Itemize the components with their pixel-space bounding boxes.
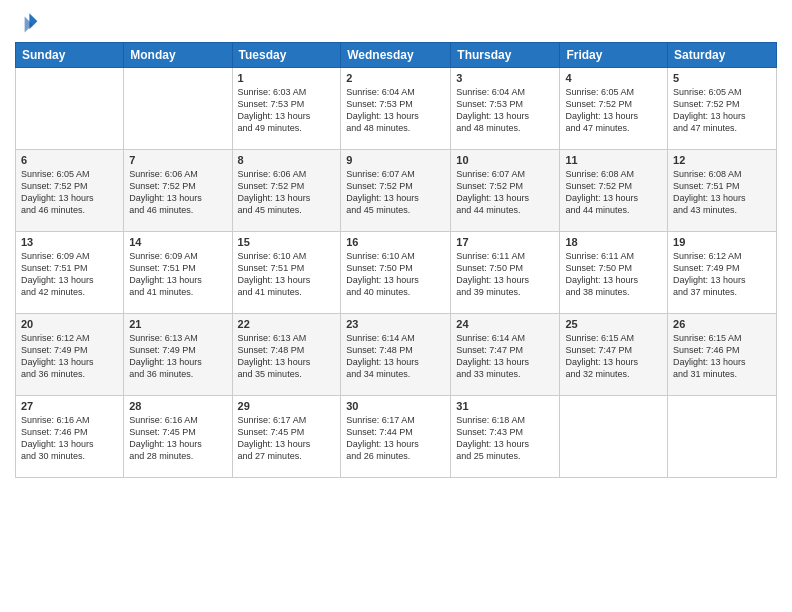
day-info: Sunrise: 6:14 AM Sunset: 7:47 PM Dayligh… — [456, 332, 554, 381]
day-info: Sunrise: 6:12 AM Sunset: 7:49 PM Dayligh… — [21, 332, 118, 381]
column-header-saturday: Saturday — [668, 43, 777, 68]
calendar-cell: 25Sunrise: 6:15 AM Sunset: 7:47 PM Dayli… — [560, 314, 668, 396]
day-number: 20 — [21, 318, 118, 330]
day-info: Sunrise: 6:09 AM Sunset: 7:51 PM Dayligh… — [129, 250, 226, 299]
day-info: Sunrise: 6:16 AM Sunset: 7:45 PM Dayligh… — [129, 414, 226, 463]
calendar-cell: 24Sunrise: 6:14 AM Sunset: 7:47 PM Dayli… — [451, 314, 560, 396]
week-row-4: 20Sunrise: 6:12 AM Sunset: 7:49 PM Dayli… — [16, 314, 777, 396]
week-row-1: 1Sunrise: 6:03 AM Sunset: 7:53 PM Daylig… — [16, 68, 777, 150]
day-info: Sunrise: 6:11 AM Sunset: 7:50 PM Dayligh… — [565, 250, 662, 299]
calendar-cell: 9Sunrise: 6:07 AM Sunset: 7:52 PM Daylig… — [341, 150, 451, 232]
day-info: Sunrise: 6:17 AM Sunset: 7:45 PM Dayligh… — [238, 414, 336, 463]
day-info: Sunrise: 6:10 AM Sunset: 7:51 PM Dayligh… — [238, 250, 336, 299]
calendar-cell — [124, 68, 232, 150]
day-number: 12 — [673, 154, 771, 166]
day-number: 25 — [565, 318, 662, 330]
day-info: Sunrise: 6:18 AM Sunset: 7:43 PM Dayligh… — [456, 414, 554, 463]
day-info: Sunrise: 6:07 AM Sunset: 7:52 PM Dayligh… — [456, 168, 554, 217]
logo — [15, 10, 43, 34]
day-number: 29 — [238, 400, 336, 412]
day-number: 10 — [456, 154, 554, 166]
day-info: Sunrise: 6:13 AM Sunset: 7:49 PM Dayligh… — [129, 332, 226, 381]
day-number: 11 — [565, 154, 662, 166]
day-info: Sunrise: 6:17 AM Sunset: 7:44 PM Dayligh… — [346, 414, 445, 463]
calendar-cell: 13Sunrise: 6:09 AM Sunset: 7:51 PM Dayli… — [16, 232, 124, 314]
calendar-cell: 6Sunrise: 6:05 AM Sunset: 7:52 PM Daylig… — [16, 150, 124, 232]
day-info: Sunrise: 6:03 AM Sunset: 7:53 PM Dayligh… — [238, 86, 336, 135]
day-info: Sunrise: 6:15 AM Sunset: 7:47 PM Dayligh… — [565, 332, 662, 381]
calendar-cell: 31Sunrise: 6:18 AM Sunset: 7:43 PM Dayli… — [451, 396, 560, 478]
header — [15, 10, 777, 34]
day-info: Sunrise: 6:13 AM Sunset: 7:48 PM Dayligh… — [238, 332, 336, 381]
day-number: 19 — [673, 236, 771, 248]
calendar-cell: 14Sunrise: 6:09 AM Sunset: 7:51 PM Dayli… — [124, 232, 232, 314]
day-number: 27 — [21, 400, 118, 412]
calendar-cell: 16Sunrise: 6:10 AM Sunset: 7:50 PM Dayli… — [341, 232, 451, 314]
calendar-cell: 21Sunrise: 6:13 AM Sunset: 7:49 PM Dayli… — [124, 314, 232, 396]
calendar-cell: 4Sunrise: 6:05 AM Sunset: 7:52 PM Daylig… — [560, 68, 668, 150]
day-info: Sunrise: 6:05 AM Sunset: 7:52 PM Dayligh… — [565, 86, 662, 135]
day-info: Sunrise: 6:16 AM Sunset: 7:46 PM Dayligh… — [21, 414, 118, 463]
calendar-cell: 26Sunrise: 6:15 AM Sunset: 7:46 PM Dayli… — [668, 314, 777, 396]
calendar-cell: 12Sunrise: 6:08 AM Sunset: 7:51 PM Dayli… — [668, 150, 777, 232]
calendar-cell — [16, 68, 124, 150]
calendar-table: SundayMondayTuesdayWednesdayThursdayFrid… — [15, 42, 777, 478]
day-info: Sunrise: 6:07 AM Sunset: 7:52 PM Dayligh… — [346, 168, 445, 217]
day-number: 6 — [21, 154, 118, 166]
day-number: 3 — [456, 72, 554, 84]
day-number: 5 — [673, 72, 771, 84]
calendar-cell: 3Sunrise: 6:04 AM Sunset: 7:53 PM Daylig… — [451, 68, 560, 150]
day-info: Sunrise: 6:05 AM Sunset: 7:52 PM Dayligh… — [21, 168, 118, 217]
calendar-cell: 28Sunrise: 6:16 AM Sunset: 7:45 PM Dayli… — [124, 396, 232, 478]
week-row-5: 27Sunrise: 6:16 AM Sunset: 7:46 PM Dayli… — [16, 396, 777, 478]
day-info: Sunrise: 6:04 AM Sunset: 7:53 PM Dayligh… — [456, 86, 554, 135]
day-info: Sunrise: 6:11 AM Sunset: 7:50 PM Dayligh… — [456, 250, 554, 299]
day-info: Sunrise: 6:14 AM Sunset: 7:48 PM Dayligh… — [346, 332, 445, 381]
header-row: SundayMondayTuesdayWednesdayThursdayFrid… — [16, 43, 777, 68]
day-info: Sunrise: 6:08 AM Sunset: 7:51 PM Dayligh… — [673, 168, 771, 217]
column-header-thursday: Thursday — [451, 43, 560, 68]
day-number: 1 — [238, 72, 336, 84]
calendar-cell: 23Sunrise: 6:14 AM Sunset: 7:48 PM Dayli… — [341, 314, 451, 396]
day-number: 8 — [238, 154, 336, 166]
day-number: 30 — [346, 400, 445, 412]
week-row-3: 13Sunrise: 6:09 AM Sunset: 7:51 PM Dayli… — [16, 232, 777, 314]
day-info: Sunrise: 6:15 AM Sunset: 7:46 PM Dayligh… — [673, 332, 771, 381]
day-number: 23 — [346, 318, 445, 330]
day-info: Sunrise: 6:08 AM Sunset: 7:52 PM Dayligh… — [565, 168, 662, 217]
day-info: Sunrise: 6:06 AM Sunset: 7:52 PM Dayligh… — [238, 168, 336, 217]
calendar-cell — [668, 396, 777, 478]
calendar-cell: 19Sunrise: 6:12 AM Sunset: 7:49 PM Dayli… — [668, 232, 777, 314]
calendar-cell: 18Sunrise: 6:11 AM Sunset: 7:50 PM Dayli… — [560, 232, 668, 314]
calendar-cell: 5Sunrise: 6:05 AM Sunset: 7:52 PM Daylig… — [668, 68, 777, 150]
day-number: 31 — [456, 400, 554, 412]
calendar-cell: 7Sunrise: 6:06 AM Sunset: 7:52 PM Daylig… — [124, 150, 232, 232]
day-info: Sunrise: 6:06 AM Sunset: 7:52 PM Dayligh… — [129, 168, 226, 217]
column-header-wednesday: Wednesday — [341, 43, 451, 68]
day-info: Sunrise: 6:05 AM Sunset: 7:52 PM Dayligh… — [673, 86, 771, 135]
calendar-cell: 22Sunrise: 6:13 AM Sunset: 7:48 PM Dayli… — [232, 314, 341, 396]
day-number: 28 — [129, 400, 226, 412]
column-header-monday: Monday — [124, 43, 232, 68]
day-number: 2 — [346, 72, 445, 84]
day-number: 21 — [129, 318, 226, 330]
column-header-tuesday: Tuesday — [232, 43, 341, 68]
day-number: 22 — [238, 318, 336, 330]
day-number: 7 — [129, 154, 226, 166]
day-info: Sunrise: 6:12 AM Sunset: 7:49 PM Dayligh… — [673, 250, 771, 299]
day-number: 13 — [21, 236, 118, 248]
calendar-cell: 30Sunrise: 6:17 AM Sunset: 7:44 PM Dayli… — [341, 396, 451, 478]
day-info: Sunrise: 6:10 AM Sunset: 7:50 PM Dayligh… — [346, 250, 445, 299]
page: SundayMondayTuesdayWednesdayThursdayFrid… — [0, 0, 792, 612]
day-number: 4 — [565, 72, 662, 84]
calendar-cell — [560, 396, 668, 478]
calendar-cell: 11Sunrise: 6:08 AM Sunset: 7:52 PM Dayli… — [560, 150, 668, 232]
day-number: 16 — [346, 236, 445, 248]
svg-marker-0 — [29, 13, 37, 29]
logo-icon — [15, 10, 39, 34]
column-header-friday: Friday — [560, 43, 668, 68]
day-number: 14 — [129, 236, 226, 248]
day-number: 26 — [673, 318, 771, 330]
day-number: 9 — [346, 154, 445, 166]
day-number: 15 — [238, 236, 336, 248]
